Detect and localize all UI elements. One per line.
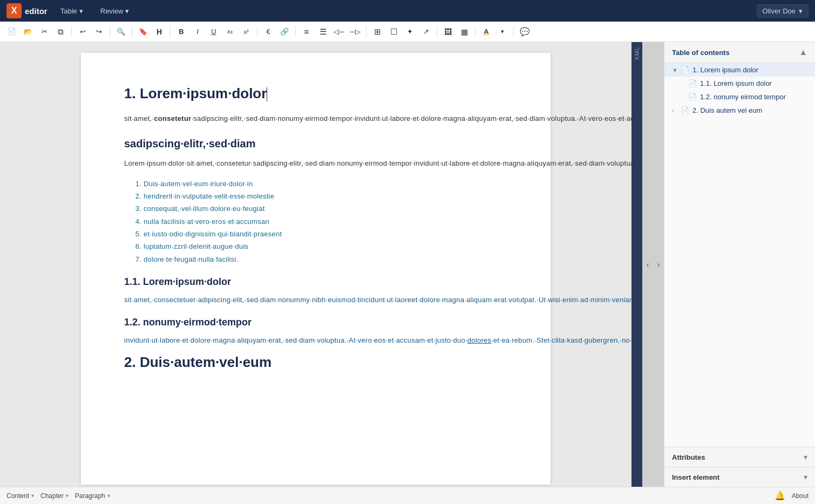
toc-header: Table of contents ▲ <box>664 42 815 63</box>
special-button[interactable]: ✦ <box>402 24 417 39</box>
separator-9 <box>475 26 476 37</box>
status-paragraph[interactable]: Paragraph ▾ <box>75 492 110 500</box>
separator-4 <box>170 26 171 37</box>
paragraph-1: sit·amet,·consetetur·sadipscing·elitr,·s… <box>124 112 507 125</box>
heading-1-1: 1.1. Lorem·ipsum·dolor <box>124 276 507 288</box>
separator-3 <box>132 26 132 37</box>
copy-button[interactable]: ⧉ <box>53 24 68 39</box>
insert-element-title: Insert element <box>672 473 719 481</box>
underline-button[interactable]: U <box>206 24 221 39</box>
link-button[interactable]: 🔗 <box>277 24 292 39</box>
arrows-button[interactable]: ↗ <box>418 24 433 39</box>
collapse-left-button[interactable]: ‹ <box>642 42 653 487</box>
about-link[interactable]: About <box>792 492 809 500</box>
toc-item-1-label: 1. Lorem ipsum dolor <box>692 66 758 74</box>
menu-review[interactable]: Review ▾ <box>96 5 134 17</box>
user-name: Oliver Doe <box>763 7 796 15</box>
content-label: Content <box>6 492 29 500</box>
italic-button[interactable]: I <box>190 24 205 39</box>
highlight-button[interactable]: A <box>479 24 494 39</box>
toc-doc-icon-2: 📄 <box>681 106 689 114</box>
insert-element-section: Insert element ▾ <box>664 467 815 487</box>
status-right: 🔔 About <box>775 491 809 501</box>
highlight-options-button[interactable]: ▾ <box>495 24 510 39</box>
open-file-button[interactable]: 📂 <box>21 24 36 39</box>
main-layout: 1. Lorem·ipsum·dolor sit·amet,·consetetu… <box>0 42 815 487</box>
toc-doc-icon-1: 📄 <box>681 66 689 74</box>
attributes-header[interactable]: Attributes ▾ <box>664 447 815 467</box>
toc-collapse-button[interactable]: ▲ <box>799 47 807 57</box>
toc-item-1[interactable]: ▼ 📄 1. Lorem ipsum dolor <box>664 63 815 77</box>
toc-item-1-2[interactable]: 📄 1.2. nonumy eirmod tempor <box>664 90 815 104</box>
review-arrow-icon: ▾ <box>125 7 129 15</box>
toc-arrow-2: › <box>672 107 678 114</box>
toc-item-2-label: 2. Duis autem vel eum <box>692 106 762 114</box>
find-button[interactable]: 🔍 <box>113 24 128 39</box>
right-panel: Table of contents ▲ ▼ 📄 1. Lorem ipsum d… <box>664 42 815 487</box>
bold-button[interactable]: B <box>174 24 189 39</box>
subscript-button[interactable]: x₂ <box>222 24 237 39</box>
toc-doc-icon-1-1: 📄 <box>688 79 697 87</box>
bell-icon[interactable]: 🔔 <box>775 491 785 501</box>
table2-button[interactable]: ▦ <box>457 24 472 39</box>
insert-element-header[interactable]: Insert element ▾ <box>664 467 815 487</box>
content-arrow-icon: ▾ <box>31 493 34 499</box>
heading-2-main: 2. Duis·autem·vel·eum <box>124 354 507 371</box>
menu-table[interactable]: Table ▾ <box>56 5 87 17</box>
separator-7 <box>366 26 366 37</box>
image-button[interactable]: 🖼 <box>440 24 456 39</box>
separator-8 <box>437 26 437 37</box>
indent-less-button[interactable]: ◁─ <box>331 24 347 39</box>
status-chapter[interactable]: Chapter ▾ <box>40 492 69 500</box>
toc-section: Table of contents ▲ ▼ 📄 1. Lorem ipsum d… <box>664 42 815 447</box>
insert-table-button[interactable]: ⊞ <box>370 24 385 39</box>
box-button[interactable]: ☐ <box>386 24 401 39</box>
chapter-arrow-icon: ▾ <box>66 493 69 499</box>
toc-item-1-1-label: 1.1. Lorem ipsum dolor <box>700 79 772 87</box>
status-content[interactable]: Content ▾ <box>6 492 34 500</box>
document-area[interactable]: 1. Lorem·ipsum·dolor sit·amet,·consetetu… <box>0 42 631 487</box>
toc-item-2[interactable]: › 📄 2. Duis autem vel eum <box>664 104 815 117</box>
heading-1-2: 1.2. nonumy·eirmod·tempor <box>124 317 507 328</box>
heading-1: 1. Lorem·ipsum·dolor <box>124 85 507 102</box>
insert-element-arrow-icon: ▾ <box>804 473 807 481</box>
toc-item-1-2-label: 1.2. nonumy eirmod tempor <box>700 93 786 101</box>
special-char-button[interactable]: € <box>261 24 276 39</box>
status-bar: Content ▾ Chapter ▾ Paragraph ▾ 🔔 About <box>0 487 815 504</box>
heading-button[interactable]: H <box>152 24 167 39</box>
list-item: et·iusto·odio·dignissim·qui·blandit·prae… <box>144 228 507 240</box>
separator-10 <box>513 26 514 37</box>
separator-6 <box>295 26 296 37</box>
ordered-list: Duis·autem·vel·eum·iriure·dolor·in hendr… <box>124 178 507 266</box>
ordered-list-button[interactable]: ≡ <box>299 24 314 39</box>
document-page[interactable]: 1. Lorem·ipsum·dolor sit·amet,·consetetu… <box>81 53 551 485</box>
attributes-section: Attributes ▾ <box>664 447 815 467</box>
undo-button[interactable]: ↩ <box>75 24 90 39</box>
list-item: consequat,·vel·illum·dolore·eu·feugiat <box>144 202 507 215</box>
chapter-label: Chapter <box>40 492 64 500</box>
xml-label: XML <box>634 46 640 60</box>
paragraph-label: Paragraph <box>75 492 105 500</box>
paragraph-2: Lorem·ipsum·dolor·sit·amet,·consetetur·s… <box>124 158 507 169</box>
indent-more-button[interactable]: ─▷ <box>348 24 363 39</box>
logo-icon: X <box>6 3 22 18</box>
new-file-button[interactable]: 📄 <box>4 24 19 39</box>
cut-button[interactable]: ✂ <box>37 24 52 39</box>
toolbar: 📄 📂 ✂ ⧉ ↩ ↪ 🔍 🔖 H B I U x₂ x² € 🔗 ≡ ☰ ◁─… <box>0 22 815 42</box>
separator-1 <box>71 26 72 37</box>
heading-2: sadipscing·elitr,·sed·diam <box>124 138 507 150</box>
toc-item-1-1[interactable]: 📄 1.1. Lorem ipsum dolor <box>664 77 815 90</box>
toc-doc-icon-1-2: 📄 <box>688 93 697 101</box>
separator-5 <box>257 26 257 37</box>
redo-button[interactable]: ↪ <box>91 24 106 39</box>
list-item: nulla·facilisis·at·vero·eros·et·accumsan <box>144 215 507 228</box>
collapse-right-button[interactable]: › <box>653 42 664 487</box>
paragraph-arrow-icon: ▾ <box>107 493 110 499</box>
bookmark-button[interactable]: 🔖 <box>135 24 151 39</box>
top-bar: X editor Table ▾ Review ▾ Oliver Doe ▾ <box>0 0 815 22</box>
user-dropdown[interactable]: Oliver Doe ▾ <box>757 4 809 18</box>
comment-button[interactable]: 💬 <box>517 24 532 39</box>
superscript-button[interactable]: x² <box>239 24 254 39</box>
list-item: Duis·autem·vel·eum·iriure·dolor·in <box>144 178 507 190</box>
unordered-list-button[interactable]: ☰ <box>315 24 330 39</box>
